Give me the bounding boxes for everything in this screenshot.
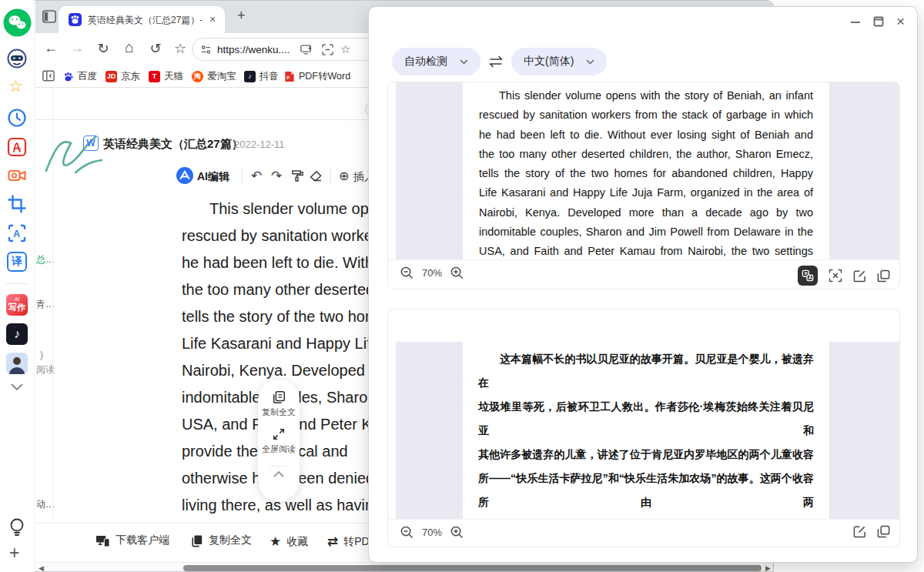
copy-fulltext-label: 复制全文	[209, 534, 252, 547]
insert-plus-icon[interactable]: ⊕	[339, 169, 349, 186]
download-client-button[interactable]: 下载客户端	[95, 534, 169, 547]
minimize-icon[interactable]	[850, 16, 861, 27]
pdf-reader-icon[interactable]	[7, 137, 27, 157]
translated-text: 这本篇幅不长的书以贝尼亚的故事开篇。贝尼亚是个婴儿，被遗弃在垃圾堆里等死，后被环…	[463, 342, 829, 547]
copy-result-icon[interactable]	[877, 269, 890, 283]
bookmarks-panel-icon[interactable]	[42, 70, 55, 82]
zoom-in-icon[interactable]	[450, 526, 464, 539]
bookmark-jd[interactable]: JD 京东	[105, 69, 140, 83]
chevron-up-icon[interactable]	[273, 471, 284, 477]
url-star-icon[interactable]: ☆	[340, 42, 350, 56]
screen-select-icon[interactable]	[829, 269, 842, 283]
user-avatar[interactable]	[6, 353, 28, 374]
reader-mode-icon[interactable]	[322, 44, 333, 55]
translate-icon[interactable]: 译	[7, 252, 27, 272]
bookmark-baidu[interactable]: 百度	[62, 69, 97, 83]
zoom-out-icon[interactable]	[400, 266, 413, 279]
fullscreen-read-icon[interactable]	[272, 427, 286, 441]
fullscreen-read-label[interactable]: 全屏阅读	[262, 443, 296, 455]
bookmark-taobao[interactable]: 淘 爱淘宝	[192, 69, 236, 83]
text-line: tells the story of the two homes for aba…	[479, 164, 813, 183]
zoom-controls: 70%	[400, 526, 464, 539]
target-doc-page: 这本篇幅不长的书以贝尼亚的故事开篇。贝尼亚是个婴儿，被遗弃在垃圾堆里等死，后被环…	[463, 342, 829, 519]
horizontal-scrollbar[interactable]: ◀ ▶	[35, 562, 774, 572]
tab-close-icon[interactable]: ×	[206, 13, 219, 25]
favorite-button[interactable]: ★ 收藏	[270, 534, 308, 550]
maximize-icon[interactable]	[873, 16, 884, 27]
video-capture-icon[interactable]	[7, 166, 27, 186]
bookmark-douyin[interactable]: ♪ 抖音	[244, 69, 279, 83]
download-client-label: 下载客户端	[116, 534, 169, 547]
undo-icon[interactable]: ↶	[251, 168, 262, 185]
text-line: rescued by sanitation workers from the s…	[479, 105, 813, 125]
wechat-icon[interactable]	[3, 8, 32, 37]
history-clock-icon[interactable]	[7, 108, 27, 128]
edit-icon[interactable]	[853, 269, 866, 283]
window-controls: ×	[850, 16, 905, 27]
favorites-star-icon[interactable]: ☆	[8, 77, 23, 95]
panel-tools: A	[798, 266, 890, 286]
word-doc-icon: W	[83, 135, 99, 151]
ai-writing-tag: AI	[6, 294, 28, 303]
scroll-left-icon[interactable]: ◀	[38, 564, 44, 572]
text-line: 垃圾堆里等死，后被环卫工人救出。作者莎伦·埃梅茨始终关注着贝尼亚和	[478, 395, 814, 443]
swap-languages-icon[interactable]	[488, 55, 504, 68]
chevron-down-icon	[586, 59, 594, 65]
bookmark-pdf2word[interactable]: P PDF转Word	[284, 69, 350, 83]
address-bar[interactable]: https://wenku.... ☆	[192, 38, 396, 61]
side-fragment: )	[40, 350, 43, 360]
rail-plus-icon[interactable]: +	[9, 543, 19, 564]
source-language-select[interactable]: 自动检测	[392, 48, 480, 75]
ocr-scan-icon[interactable]: A	[7, 223, 27, 243]
copy-fulltext-label[interactable]: 复制全文	[262, 406, 296, 418]
crop-screenshot-icon[interactable]	[7, 194, 27, 214]
translate-mode-button[interactable]: A	[798, 266, 818, 286]
ai-edit-label[interactable]: AI编辑	[197, 170, 229, 187]
scrollbar-thumb[interactable]	[183, 565, 762, 571]
ai-edit-icon[interactable]	[176, 167, 193, 184]
new-tab-button[interactable]: +	[237, 8, 246, 24]
douyin-icon: ♪	[244, 71, 256, 82]
douyin-icon[interactable]: ♪	[6, 323, 28, 345]
zoom-out-icon[interactable]	[400, 526, 413, 539]
lightbulb-icon[interactable]	[8, 517, 26, 537]
scroll-right-icon[interactable]: ▶	[765, 564, 771, 572]
home-icon[interactable]: ⌂	[120, 38, 139, 56]
reload-icon[interactable]: ↻	[94, 40, 112, 57]
rail-divider	[6, 283, 28, 284]
zoom-level: 70%	[422, 267, 442, 279]
active-tab[interactable]: 英语经典美文（汇总27篇）- 百 ×	[59, 6, 225, 33]
bookmark-label: 天猫	[164, 70, 183, 83]
doc-title: 英语经典美文（汇总27篇）	[103, 137, 243, 152]
toolbar-divider	[330, 169, 331, 183]
format-painter-icon[interactable]	[291, 169, 304, 182]
copy-fulltext-button[interactable]: 复制全文	[191, 534, 252, 547]
copy-fulltext-icon[interactable]	[272, 390, 286, 404]
svg-text:A: A	[808, 275, 812, 280]
panel-tools	[853, 525, 890, 538]
install-icon[interactable]	[300, 44, 313, 55]
ai-assistant-icon[interactable]	[6, 48, 28, 69]
ai-writing-icon[interactable]: AI 写作	[6, 294, 28, 316]
edit-icon[interactable]	[853, 525, 866, 538]
eraser-icon[interactable]	[310, 170, 323, 182]
source-panel-footer: 70% A	[388, 259, 900, 289]
baidu-icon	[62, 71, 74, 82]
chevron-down-icon	[460, 59, 468, 65]
chevron-down-icon[interactable]	[11, 383, 23, 390]
target-language-select[interactable]: 中文(简体)	[511, 48, 607, 75]
tab-search-icon[interactable]	[42, 10, 56, 23]
copy-result-icon[interactable]	[877, 525, 890, 538]
back-icon[interactable]: ←	[42, 40, 60, 56]
history-icon[interactable]: ↺	[146, 40, 165, 57]
bookmark-star-icon[interactable]: ☆	[171, 40, 189, 57]
bookmark-label: 百度	[78, 70, 97, 83]
close-icon[interactable]: ×	[896, 16, 905, 27]
redo-icon[interactable]: ↷	[271, 168, 282, 185]
zoom-in-icon[interactable]	[450, 266, 464, 279]
site-settings-icon[interactable]	[200, 44, 212, 55]
text-line: indomitable couples, Sharon and Jim Powe…	[479, 222, 813, 242]
forward-icon[interactable]: →	[68, 40, 86, 56]
bookmark-label: 爱淘宝	[207, 70, 236, 83]
bookmark-tmall[interactable]: T 天猫	[149, 69, 183, 83]
